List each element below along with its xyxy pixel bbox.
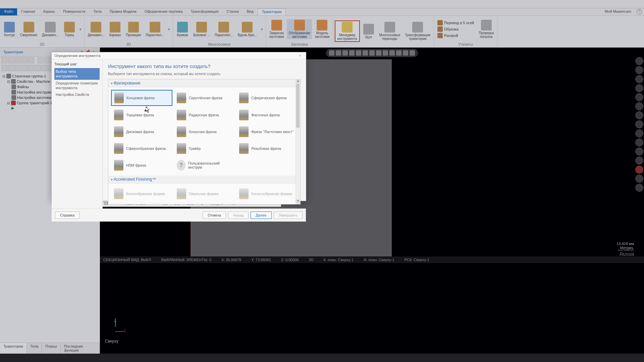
engrave-icon xyxy=(177,143,186,154)
endmill-icon xyxy=(114,93,124,103)
dialog-footer: Справка Отмена Назад Далее Завершить xyxy=(52,208,306,222)
close-icon[interactable]: × xyxy=(297,54,303,58)
taperform-icon xyxy=(239,188,249,199)
mouse-cursor-icon xyxy=(146,107,150,113)
step-properties[interactable]: Настройка Свойств xyxy=(54,91,100,98)
tool-chamfer[interactable]: Фасочная фреза xyxy=(236,107,298,123)
bullnose-icon xyxy=(177,93,186,103)
dialog-subtext: Выберите тип инструмента из списка, кото… xyxy=(108,72,301,76)
tool-hsm[interactable]: HSM фреза xyxy=(111,158,172,173)
dialog-titlebar[interactable]: Определение инструмента × xyxy=(52,52,306,59)
tool-endmill-flat[interactable]: Концевая фреза xyxy=(111,90,172,106)
finish-button[interactable]: Завершить xyxy=(274,212,303,219)
scroll-down-icon[interactable]: ▼ xyxy=(296,199,300,204)
tool-endmill-ball[interactable]: Сферическая фреза xyxy=(236,90,298,106)
thread-icon xyxy=(239,143,249,154)
tool-type-list: Фрезерование Концевая фреза Скруглённая … xyxy=(108,79,301,204)
tool-thread[interactable]: Резьбовая фреза xyxy=(236,141,298,156)
lollipop-icon xyxy=(114,143,123,154)
dialog-heading: Инструмент какого типа вы хотите создать… xyxy=(108,63,301,69)
dialog-main: Инструмент какого типа вы хотите создать… xyxy=(103,59,306,208)
tool-slot[interactable]: Дисковая фреза xyxy=(111,124,172,139)
tool-dovetail[interactable]: Фреза "Ласточкин хвост" xyxy=(236,124,298,139)
step-heading: Текущий шаг: xyxy=(54,62,100,66)
help-button[interactable]: Справка xyxy=(55,212,79,219)
oval-icon xyxy=(177,188,186,199)
tool-definition-dialog: Определение инструмента × Текущий шаг: В… xyxy=(51,52,306,201)
tool-taper[interactable]: Конусная фреза xyxy=(174,124,235,139)
tool-endmill-bull[interactable]: Скруглённая фреза xyxy=(174,90,235,106)
tool-barrel[interactable]: Бочкообразная форма xyxy=(111,186,172,201)
dovetail-icon xyxy=(239,126,249,137)
back-button[interactable]: Назад xyxy=(228,212,249,219)
slot-icon xyxy=(114,126,123,137)
scrollbar[interactable]: ▲ ▼ xyxy=(296,79,300,204)
tool-oval[interactable]: Овальная форма xyxy=(174,186,235,201)
barrel-icon xyxy=(114,188,123,199)
section-milling[interactable]: Фрезерование xyxy=(108,79,300,87)
ballnose-icon xyxy=(239,93,249,103)
tool-radius[interactable]: Радиусная фреза xyxy=(174,107,235,123)
cancel-button[interactable]: Отмена xyxy=(203,212,226,219)
section-accelerated[interactable]: Accelerated Finishing™ xyxy=(108,176,300,183)
tool-engrave[interactable]: Гравёр xyxy=(174,141,235,156)
tool-taperform[interactable]: Конусообразная форма xyxy=(236,186,298,201)
tool-custom[interactable]: ?Пользовательский инструм xyxy=(174,158,235,173)
facemill-icon xyxy=(114,110,123,120)
hsm-icon xyxy=(114,160,123,171)
next-button[interactable]: Далее xyxy=(251,212,271,219)
step-tool-type[interactable]: Выбор типа инструмента xyxy=(54,68,100,80)
question-icon: ? xyxy=(177,160,185,171)
dialog-sidebar: Текущий шаг: Выбор типа инструмента Опре… xyxy=(52,59,103,208)
scroll-thumb[interactable] xyxy=(296,84,300,128)
radius-icon xyxy=(177,110,186,120)
tool-lollipop[interactable]: Сферообразная фреза xyxy=(111,141,172,156)
taper-icon xyxy=(177,126,186,137)
chamfer-icon xyxy=(239,110,249,120)
step-geometry[interactable]: Определение геометрии инструмента xyxy=(54,80,100,92)
tool-facemill[interactable]: Торцевая фреза xyxy=(111,107,172,123)
scroll-up-icon[interactable]: ▲ xyxy=(296,79,300,84)
